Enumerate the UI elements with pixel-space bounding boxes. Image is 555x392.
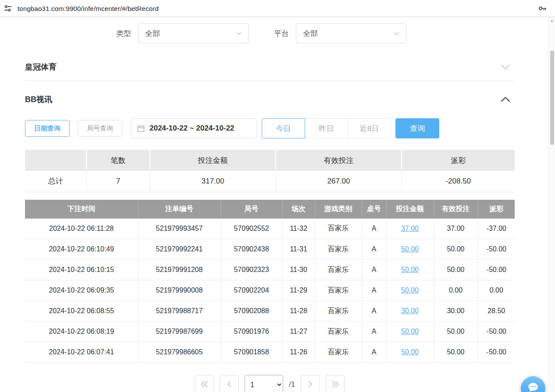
section-bb-video[interactable]: BB视讯 (25, 81, 515, 118)
cell-order-id: 521979992241 (138, 239, 221, 260)
type-filter-label: 类型 (116, 28, 131, 39)
query-bar: 日期查询 局号查询 2024-10-22 ~ 2024-10-22 今日 昨日 … (25, 118, 515, 138)
cell-payout: -50.00 (478, 260, 515, 280)
bet-amount-link[interactable]: 50.00 (401, 328, 419, 335)
prev-page-button[interactable] (220, 375, 239, 392)
cell-bet-amount: 50.00 (386, 260, 434, 280)
summary-payout-value: -208.50 (402, 171, 515, 192)
last-8-days-button[interactable]: 近8日 (348, 118, 391, 138)
bet-amount-link[interactable]: 50.00 (401, 245, 419, 253)
col-header-game-type: 游戏类别 (315, 200, 362, 219)
total-pages-label: /1 (289, 380, 295, 389)
filter-row: 类型 全部 平台 全部 (116, 23, 555, 43)
cell-payout: -50.00 (478, 342, 515, 363)
cell-session: 11-29 (282, 280, 315, 301)
cell-valid-bet: 50.00 (434, 321, 478, 342)
chevron-down-icon[interactable] (501, 64, 515, 70)
cell-bet-amount: 50.00 (386, 321, 434, 342)
cell-order-id: 521979986605 (138, 342, 221, 363)
cell-valid-bet: 37.00 (434, 219, 478, 239)
cell-table-no: A (362, 260, 386, 280)
round-query-tab[interactable]: 局号查询 (78, 120, 122, 137)
date-range-input[interactable]: 2024-10-22 ~ 2024-10-22 (131, 118, 256, 138)
last-page-button[interactable] (326, 375, 345, 392)
cell-order-id: 521979990008 (138, 280, 221, 301)
search-button[interactable]: 查询 (395, 118, 439, 138)
cell-bet-time: 2024-10-22 06:08:55 (25, 301, 138, 321)
cell-bet-time: 2024-10-22 06:08:19 (25, 321, 138, 342)
section-title: BB视讯 (25, 94, 52, 105)
page-select[interactable]: 1 (245, 375, 283, 392)
cell-round-id: 570901858 (221, 342, 282, 363)
first-page-button[interactable] (195, 375, 214, 392)
platform-filter-label: 平台 (274, 28, 289, 39)
key-icon[interactable] (537, 4, 547, 13)
col-header-bet-amount: 投注金额 (386, 200, 434, 219)
cell-order-id: 521979991208 (138, 260, 221, 280)
section-title: 皇冠体育 (25, 62, 57, 72)
cell-game-type: 百家乐 (315, 280, 362, 301)
col-header-session: 场次 (282, 200, 315, 219)
summary-header-count: 笔数 (86, 150, 150, 171)
bet-amount-link[interactable]: 50.00 (401, 348, 419, 356)
cell-round-id: 570901976 (221, 321, 282, 342)
table-row: 2024-10-22 06:08:19521979987699570901976… (25, 321, 515, 342)
cell-valid-bet: 30.00 (434, 301, 478, 321)
cell-session: 11-32 (282, 219, 315, 239)
cell-session: 11-28 (282, 301, 315, 321)
table-row: 2024-10-22 06:09:35521979990008570902204… (25, 280, 515, 301)
cell-bet-time: 2024-10-22 06:10:49 (25, 239, 138, 260)
double-chevron-right-icon (331, 381, 339, 388)
cell-bet-time: 2024-10-22 06:07:41 (25, 342, 138, 363)
summary-total-row: 总计 7 317.00 267.00 -208.50 (25, 171, 515, 192)
col-header-order-id: 注单编号 (138, 200, 221, 219)
col-header-bet-time: 下注时间 (25, 200, 138, 219)
cell-payout: -37.00 (478, 219, 515, 239)
cell-order-id: 521979988717 (138, 301, 221, 321)
cell-valid-bet: 50.00 (434, 260, 478, 280)
table-row: 2024-10-22 06:07:41521979986605570901858… (25, 342, 515, 363)
yesterday-button[interactable]: 昨日 (305, 118, 348, 138)
platform-select-value: 全部 (303, 28, 394, 39)
browser-address-bar[interactable]: tongbao31.com:9900/infe/mcenter/#/betRec… (0, 0, 555, 17)
bet-record-page: 类型 全部 平台 全部 皇冠体育 BB视讯 日期查询 局号查询 (0, 23, 555, 392)
today-button[interactable]: 今日 (262, 118, 305, 138)
bet-table-header-row: 下注时间 注单编号 局号 场次 游戏类别 桌号 投注金额 有效投注 派彩 (25, 200, 515, 219)
cell-payout: 28.50 (478, 301, 515, 321)
bet-amount-link[interactable]: 50.00 (401, 266, 419, 273)
table-row: 2024-10-22 06:08:55521979988717570902088… (25, 301, 515, 321)
bet-table-body: 2024-10-22 06:11:28521979993457570902552… (25, 219, 515, 363)
cell-session: 11-30 (282, 260, 315, 280)
col-header-round-id: 局号 (221, 200, 282, 219)
cell-bet-time: 2024-10-22 06:09:35 (25, 280, 138, 301)
scrollbar[interactable]: ▲ (548, 17, 555, 392)
bet-amount-link[interactable]: 50.00 (401, 286, 419, 294)
cell-valid-bet: 50.00 (434, 342, 478, 363)
cell-table-no: A (362, 219, 386, 239)
col-header-valid-bet: 有效投注 (434, 200, 478, 219)
platform-select[interactable]: 全部 (296, 23, 406, 43)
double-chevron-left-icon (200, 381, 208, 388)
date-query-tab[interactable]: 日期查询 (25, 120, 70, 137)
bet-amount-link[interactable]: 30.00 (401, 307, 419, 314)
summary-header-bet-amount: 投注金额 (150, 150, 276, 171)
next-page-button[interactable] (301, 375, 320, 392)
scrollbar-thumb[interactable] (550, 50, 554, 145)
browser-profile-icon[interactable] (4, 4, 12, 13)
summary-corner-cell (25, 150, 86, 171)
section-crown-sports[interactable]: 皇冠体育 (25, 54, 515, 81)
cell-payout: 0.00 (478, 280, 515, 301)
chevron-up-icon[interactable] (501, 97, 515, 102)
cell-table-no: A (362, 321, 386, 342)
cell-bet-time: 2024-10-22 06:10:15 (25, 260, 138, 280)
type-select[interactable]: 全部 (138, 23, 249, 43)
summary-header-row: 笔数 投注金额 有效投注 派彩 (25, 150, 515, 171)
bet-amount-link[interactable]: 37.00 (401, 225, 419, 232)
cell-session: 11-27 (282, 321, 315, 342)
cell-bet-time: 2024-10-22 06:11:28 (25, 219, 138, 239)
scroll-up-arrow[interactable]: ▲ (549, 17, 555, 24)
table-row: 2024-10-22 06:10:15521979991208570902323… (25, 260, 515, 280)
summary-total-label: 总计 (25, 171, 86, 192)
cell-round-id: 570902438 (221, 239, 282, 260)
date-range-value: 2024-10-22 ~ 2024-10-22 (149, 124, 234, 133)
